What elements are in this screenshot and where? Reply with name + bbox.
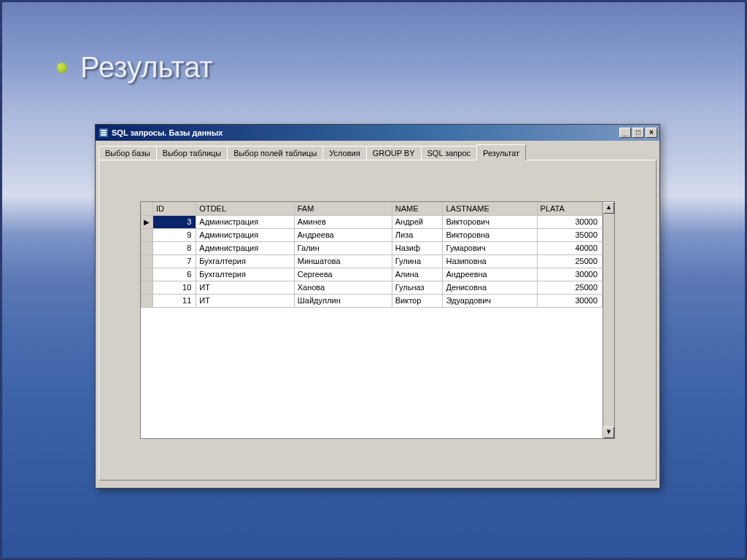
- tab-conditions[interactable]: Условия: [322, 146, 366, 160]
- result-table: ID OTDEL FAM NAME LASTNAME PLATA ▶3Админ…: [141, 202, 603, 308]
- window-title: SQL запросы. Базы данных: [112, 128, 619, 137]
- cell-lastname[interactable]: Викторовна: [443, 228, 537, 241]
- scroll-up-icon[interactable]: ▲: [603, 202, 614, 214]
- cell-otdel[interactable]: Администрация: [196, 241, 294, 254]
- cell-plata[interactable]: 25000: [537, 281, 602, 294]
- cell-lastname[interactable]: Назиповна: [443, 254, 537, 268]
- cell-id[interactable]: 3: [152, 215, 196, 228]
- cell-fam[interactable]: Миншатова: [294, 254, 392, 268]
- cell-name[interactable]: Назиф: [392, 241, 443, 254]
- svg-rect-2: [101, 132, 107, 133]
- cell-lastname[interactable]: Викторович: [443, 215, 537, 228]
- close-button[interactable]: ×: [646, 128, 657, 138]
- svg-rect-1: [101, 130, 107, 131]
- cell-fam[interactable]: Галин: [294, 241, 392, 254]
- minimize-button[interactable]: _: [619, 128, 631, 138]
- cell-id[interactable]: 8: [152, 241, 196, 254]
- cell-lastname[interactable]: Андреевна: [443, 268, 537, 281]
- cell-fam[interactable]: Аминев: [294, 215, 392, 228]
- tab-label: Условия: [329, 149, 360, 158]
- tab-sql[interactable]: SQL запрос: [421, 146, 478, 160]
- cell-id[interactable]: 9: [152, 228, 196, 241]
- table-row[interactable]: 7БухгалтерияМиншатоваГулинаНазиповна2500…: [142, 254, 603, 268]
- col-id[interactable]: ID: [152, 202, 196, 215]
- cell-lastname[interactable]: Денисовна: [443, 281, 537, 294]
- cell-name[interactable]: Андрей: [392, 215, 443, 228]
- tab-label: GROUP BY: [373, 149, 415, 158]
- tab-label: Выбор таблицы: [163, 149, 221, 158]
- cell-id[interactable]: 6: [152, 268, 196, 281]
- cell-otdel[interactable]: Бухгалтерия: [196, 268, 294, 281]
- cell-fam[interactable]: Ханова: [294, 281, 392, 294]
- row-indicator[interactable]: [142, 241, 153, 254]
- cell-id[interactable]: 11: [152, 294, 196, 307]
- cell-name[interactable]: Лиза: [392, 228, 443, 241]
- row-indicator[interactable]: ▶: [142, 215, 153, 228]
- cell-otdel[interactable]: ИТ: [196, 281, 294, 294]
- tabstrip: Выбор базы Выбор таблицы Выбор полей таб…: [96, 141, 659, 160]
- tab-result[interactable]: Результат: [476, 144, 526, 160]
- cell-lastname[interactable]: Гумарович: [443, 241, 537, 254]
- table-row[interactable]: 8АдминистрацияГалинНазифГумарович40000: [142, 241, 603, 254]
- table-header-row: ID OTDEL FAM NAME LASTNAME PLATA: [142, 202, 603, 215]
- row-indicator[interactable]: [142, 294, 153, 307]
- bullet-icon: [57, 63, 67, 73]
- col-plata[interactable]: PLATA: [537, 202, 602, 215]
- window-controls: _ □ ×: [619, 128, 657, 138]
- vertical-scrollbar[interactable]: ▲ ▼: [603, 202, 614, 438]
- cell-otdel[interactable]: Администрация: [196, 228, 294, 241]
- cell-name[interactable]: Алина: [392, 268, 443, 281]
- table-row[interactable]: 6БухгалтерияСергееваАлинаАндреевна30000: [142, 268, 603, 281]
- table-row[interactable]: ▶3АдминистрацияАминевАндрейВикторович300…: [142, 215, 603, 228]
- cell-plata[interactable]: 40000: [537, 241, 602, 254]
- tab-panel-result: ID OTDEL FAM NAME LASTNAME PLATA ▶3Админ…: [98, 160, 657, 481]
- col-name[interactable]: NAME: [392, 202, 443, 215]
- cell-fam[interactable]: Шайдуллин: [294, 294, 392, 307]
- tab-groupby[interactable]: GROUP BY: [366, 146, 422, 160]
- cell-lastname[interactable]: Эдуардович: [443, 294, 537, 307]
- cell-plata[interactable]: 30000: [537, 215, 602, 228]
- slide-title-text: Результат: [80, 51, 213, 84]
- cell-fam[interactable]: Сергеева: [294, 268, 392, 281]
- cell-otdel[interactable]: Администрация: [196, 215, 294, 228]
- cell-id[interactable]: 7: [152, 254, 196, 268]
- slide-title: Результат: [57, 51, 213, 84]
- cell-otdel[interactable]: ИТ: [196, 294, 294, 307]
- col-otdel[interactable]: OTDEL: [196, 202, 294, 215]
- scroll-down-icon[interactable]: ▼: [603, 427, 614, 438]
- tab-select-table[interactable]: Выбор таблицы: [156, 146, 228, 160]
- table-row[interactable]: 9АдминистрацияАндрееваЛизаВикторовна3500…: [142, 228, 603, 241]
- tab-select-db[interactable]: Выбор базы: [98, 146, 157, 160]
- current-row-icon: ▶: [144, 218, 150, 226]
- data-grid[interactable]: ID OTDEL FAM NAME LASTNAME PLATA ▶3Админ…: [140, 201, 615, 439]
- tab-label: Результат: [483, 149, 519, 158]
- cell-id[interactable]: 10: [152, 281, 196, 294]
- cell-plata[interactable]: 30000: [537, 294, 602, 307]
- col-lastname[interactable]: LASTNAME: [443, 202, 537, 215]
- row-indicator[interactable]: [142, 228, 153, 241]
- cell-plata[interactable]: 35000: [537, 228, 602, 241]
- svg-rect-3: [101, 134, 107, 136]
- table-row[interactable]: 11ИТШайдуллинВикторЭдуардович30000: [142, 294, 603, 307]
- row-indicator[interactable]: [142, 268, 153, 281]
- cell-name[interactable]: Гульназ: [392, 281, 443, 294]
- app-icon: [98, 128, 109, 138]
- row-selector-header[interactable]: [142, 202, 153, 215]
- table-row[interactable]: 10ИТХановаГульназДенисовна25000: [142, 281, 603, 294]
- tab-label: Выбор базы: [105, 149, 150, 158]
- tab-label: Выбор полей таблицы: [233, 149, 317, 158]
- cell-name[interactable]: Виктор: [392, 294, 443, 307]
- cell-name[interactable]: Гулина: [392, 254, 443, 268]
- app-window: SQL запросы. Базы данных _ □ × Выбор баз…: [95, 124, 660, 489]
- tab-label: SQL запрос: [427, 149, 471, 158]
- cell-plata[interactable]: 30000: [537, 268, 602, 281]
- row-indicator[interactable]: [142, 254, 153, 268]
- titlebar: SQL запросы. Базы данных _ □ ×: [96, 125, 659, 141]
- cell-otdel[interactable]: Бухгалтерия: [196, 254, 294, 268]
- col-fam[interactable]: FAM: [294, 202, 392, 215]
- row-indicator[interactable]: [142, 281, 153, 294]
- cell-fam[interactable]: Андреева: [294, 228, 392, 241]
- cell-plata[interactable]: 25000: [537, 254, 602, 268]
- tab-select-fields[interactable]: Выбор полей таблицы: [227, 146, 323, 160]
- maximize-button[interactable]: □: [632, 128, 644, 138]
